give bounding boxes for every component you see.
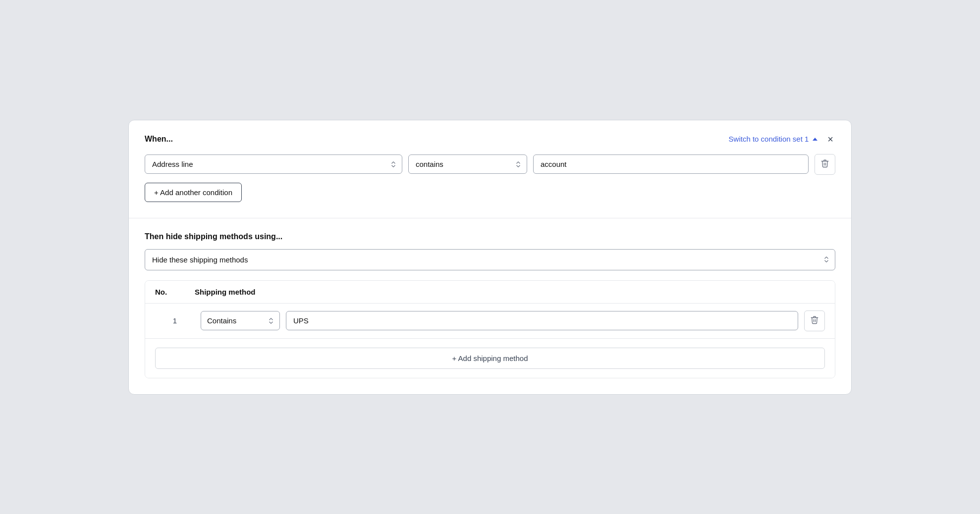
switch-to-condition-set-link[interactable]: Switch to condition set 1 <box>729 135 818 143</box>
condition-row: Address line City State Zip code Country… <box>145 154 835 175</box>
delete-condition-button[interactable] <box>815 154 835 175</box>
when-header: When... Switch to condition set 1 × <box>145 134 835 144</box>
when-title: When... <box>145 135 173 144</box>
when-section: When... Switch to condition set 1 × Addr… <box>129 120 851 218</box>
condition-value-input[interactable] <box>533 154 809 174</box>
trash-icon <box>820 159 829 170</box>
trash-icon <box>810 315 819 326</box>
row-number: 1 <box>155 316 195 325</box>
row-type-select[interactable]: Contains Does not contain Equals Starts … <box>201 311 280 330</box>
table-row: 1 Contains Does not contain Equals Start… <box>145 304 835 339</box>
table-header: No. Shipping method <box>145 281 835 304</box>
then-section-title: Then hide shipping methods using... <box>145 232 835 241</box>
delete-row-button[interactable] <box>804 310 825 331</box>
main-card: When... Switch to condition set 1 × Addr… <box>128 120 852 395</box>
header-right: Switch to condition set 1 × <box>729 134 835 144</box>
contains-select[interactable]: contains does not contain equals starts … <box>408 154 527 174</box>
row-selects: Contains Does not contain Equals Starts … <box>201 311 798 330</box>
add-shipping-method-button[interactable]: + Add shipping method <box>155 348 825 369</box>
shipping-table: No. Shipping method 1 Contains Does not … <box>145 280 835 378</box>
then-section: Then hide shipping methods using... Hide… <box>129 218 851 394</box>
add-condition-button[interactable]: + Add another condition <box>145 183 242 202</box>
shipping-method-select[interactable]: Hide these shipping methods Show only th… <box>145 249 835 270</box>
shipping-value-input[interactable] <box>286 311 798 330</box>
close-button[interactable]: × <box>825 134 835 144</box>
add-shipping-row: + Add shipping method <box>145 339 835 378</box>
address-line-select[interactable]: Address line City State Zip code Country <box>145 154 402 174</box>
col-method-header: Shipping method <box>195 288 255 296</box>
col-no-header: No. <box>155 288 195 296</box>
switch-label-text: Switch to condition set 1 <box>729 135 809 143</box>
arrow-up-icon <box>813 138 817 141</box>
